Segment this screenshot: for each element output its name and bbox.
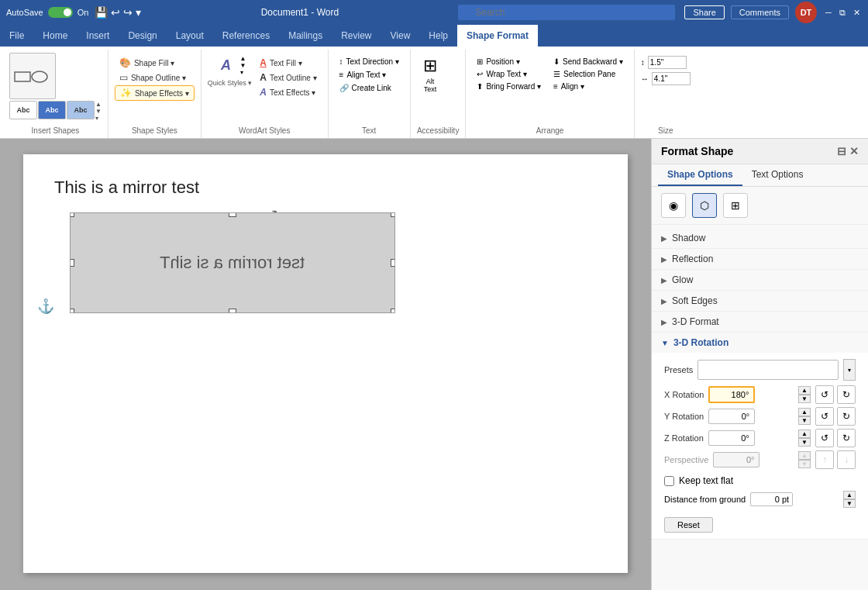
sel-handle-mr[interactable] <box>391 259 395 267</box>
x-rotate-right-btn[interactable]: ↻ <box>837 385 856 404</box>
y-rotation-down[interactable]: ▼ <box>798 416 811 425</box>
sel-handle-tl[interactable] <box>70 212 74 217</box>
alt-text-button[interactable]: ⊞ AltText <box>417 53 443 96</box>
share-button[interactable]: Share <box>684 5 724 19</box>
shape-swatch-3[interactable]: Abc <box>67 101 95 119</box>
presets-dropdown-btn[interactable]: ▾ <box>843 359 856 381</box>
tab-home[interactable]: Home <box>33 25 77 47</box>
scroll-up-btn[interactable]: ▲ <box>95 101 102 108</box>
sel-handle-tr[interactable] <box>391 212 395 217</box>
3d-rotation-header[interactable]: ▼ 3-D Rotation <box>652 333 868 353</box>
text-direction-button[interactable]: ↕ Text Direction ▾ <box>335 56 404 67</box>
size-properties-icon-btn[interactable]: ⊞ <box>723 193 748 218</box>
bring-forward-button[interactable]: ⬆ Bring Forward ▾ <box>472 81 546 92</box>
fill-line-icon-btn[interactable]: ◉ <box>661 193 686 218</box>
quick-styles-label[interactable]: Quick Styles ▾ <box>208 79 253 87</box>
z-rotation-input[interactable] <box>708 430 755 446</box>
wordart-scroll-down[interactable]: ▼ <box>240 62 246 69</box>
undo-icon[interactable]: ↩ <box>111 6 120 19</box>
panel-close-button[interactable]: ✕ <box>849 145 859 157</box>
text-fill-button[interactable]: A Text Fill ▾ <box>255 56 321 70</box>
distance-up[interactable]: ▲ <box>843 491 856 499</box>
keep-text-flat-checkbox[interactable] <box>664 476 674 486</box>
y-rotation-up[interactable]: ▲ <box>798 408 811 416</box>
effects-icon-btn[interactable]: ⬡ <box>692 193 717 218</box>
shape-effects-button[interactable]: ✨ Shape Effects ▾ <box>115 85 195 101</box>
wordart-scroll-more[interactable]: ▾ <box>240 69 246 76</box>
search-input[interactable] <box>458 5 675 20</box>
glow-header[interactable]: ▶ Glow <box>652 270 868 290</box>
shape-swatch-2[interactable]: Abc <box>38 101 66 119</box>
shape-swatch-1[interactable]: Abc <box>9 101 37 119</box>
group-accessibility: ⊞ AltText Accessibility <box>411 50 466 138</box>
customize-icon[interactable]: ▾ <box>136 6 141 19</box>
tab-view[interactable]: View <box>381 25 420 47</box>
comments-button[interactable]: Comments <box>731 5 789 19</box>
redo-icon[interactable]: ↪ <box>123 6 133 19</box>
sel-handle-ml[interactable] <box>70 259 74 267</box>
alt-text-icon: ⊞ <box>423 56 437 76</box>
text-effects-button[interactable]: A Text Effects ▾ <box>255 85 321 99</box>
create-link-button[interactable]: 🔗 Create Link <box>335 82 404 94</box>
align-text-button[interactable]: ≡ Align Text ▾ <box>335 69 404 81</box>
panel-tab-shape-options[interactable]: Shape Options <box>658 164 742 186</box>
height-input[interactable] <box>648 56 687 69</box>
tab-help[interactable]: Help <box>419 25 457 47</box>
scroll-more-btn[interactable]: ▾ <box>95 115 102 122</box>
minimize-button[interactable]: ─ <box>823 7 834 18</box>
autosave-toggle[interactable] <box>48 7 73 18</box>
text-outline-button[interactable]: A Text Outline ▾ <box>255 71 321 85</box>
scroll-down-btn[interactable]: ▼ <box>95 108 102 115</box>
x-rotate-left-btn[interactable]: ↺ <box>815 385 834 404</box>
position-button[interactable]: ⊞ Position ▾ <box>472 56 546 67</box>
presets-input[interactable] <box>698 360 839 380</box>
shadow-header[interactable]: ▶ Shadow <box>652 228 868 248</box>
send-backward-button[interactable]: ⬇ Send Backward ▾ <box>549 56 628 67</box>
distance-input[interactable] <box>750 492 793 506</box>
panel-tab-text-options[interactable]: Text Options <box>742 164 813 186</box>
tab-review[interactable]: Review <box>332 25 381 47</box>
z-rotate-left-btn[interactable]: ↺ <box>815 429 834 447</box>
y-rotate-left-btn[interactable]: ↺ <box>815 407 834 426</box>
sel-handle-br[interactable] <box>391 309 395 313</box>
z-rotation-down[interactable]: ▼ <box>798 438 811 447</box>
tab-insert[interactable]: Insert <box>77 25 119 47</box>
distance-down[interactable]: ▼ <box>843 499 856 508</box>
perspective-up-btn: ↑ <box>815 450 834 469</box>
glow-chevron: ▶ <box>661 276 667 285</box>
reflection-header[interactable]: ▶ Reflection <box>652 249 868 269</box>
panel-collapse-button[interactable]: ⊟ <box>837 145 846 157</box>
sel-handle-tc[interactable] <box>229 212 236 217</box>
selection-pane-button[interactable]: ☰ Selection Pane <box>549 68 628 80</box>
sel-handle-bl[interactable] <box>70 309 74 313</box>
shape-outline-button[interactable]: ▭ Shape Outline ▾ <box>115 71 195 85</box>
wordart-scroll-up[interactable]: ▲ <box>240 55 246 62</box>
reset-button[interactable]: Reset <box>664 517 713 533</box>
z-rotate-right-btn[interactable]: ↻ <box>837 429 856 447</box>
soft-edges-header[interactable]: ▶ Soft Edges <box>652 291 868 311</box>
x-rotation-down[interactable]: ▼ <box>798 395 811 403</box>
close-button[interactable]: ✕ <box>851 7 862 18</box>
shapes-preview[interactable] <box>9 53 56 99</box>
width-input[interactable] <box>652 72 691 85</box>
wrap-text-button[interactable]: ↩ Wrap Text ▾ <box>472 68 546 80</box>
align-button[interactable]: ≡ Align ▾ <box>549 81 628 92</box>
x-rotation-input[interactable] <box>708 386 755 403</box>
wordart-swatch[interactable]: A <box>214 53 239 78</box>
sel-handle-bc[interactable] <box>229 309 236 313</box>
tab-layout[interactable]: Layout <box>167 25 213 47</box>
shape-fill-button[interactable]: 🎨 Shape Fill ▾ <box>115 56 195 70</box>
y-rotation-input[interactable] <box>708 409 755 424</box>
shape-textbox[interactable]: tset rorrim a si sihT <box>70 212 395 313</box>
tab-references[interactable]: References <box>213 25 279 47</box>
tab-design[interactable]: Design <box>119 25 166 47</box>
z-rotation-up[interactable]: ▲ <box>798 430 811 438</box>
3d-format-header[interactable]: ▶ 3-D Format <box>652 312 868 332</box>
x-rotation-up[interactable]: ▲ <box>798 386 811 395</box>
tab-mailings[interactable]: Mailings <box>279 25 332 47</box>
save-icon[interactable]: 💾 <box>95 6 108 19</box>
tab-file[interactable]: File <box>0 25 33 47</box>
y-rotate-right-btn[interactable]: ↻ <box>837 407 856 426</box>
tab-shape-format[interactable]: Shape Format <box>457 25 538 47</box>
restore-button[interactable]: ⧉ <box>837 7 848 18</box>
